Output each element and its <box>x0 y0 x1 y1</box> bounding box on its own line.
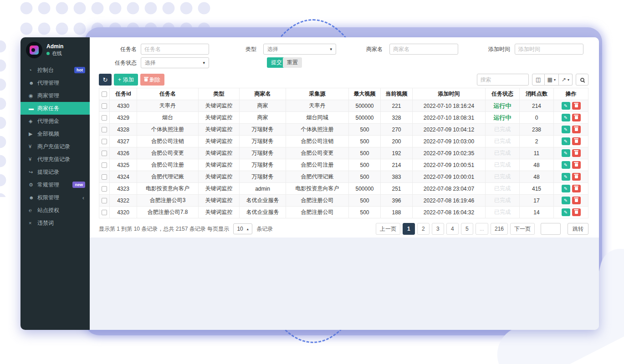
page-size-select[interactable]: 10 ▴ <box>233 223 252 234</box>
jump-button[interactable]: 跳转 <box>568 223 588 235</box>
caret-down-icon: ▾ <box>330 47 332 51</box>
select-all-header <box>99 88 110 100</box>
merchant-name-input[interactable] <box>389 44 458 55</box>
task-name-cell: 合肥公司注销 <box>137 136 199 147</box>
row-checkbox[interactable] <box>102 115 107 121</box>
sidebar-item-permissions[interactable]: ☻权限管理‹ <box>20 191 90 204</box>
sidebar-item-merchant-recharge[interactable]: ¥商户充值记录 <box>20 140 90 153</box>
avatar[interactable] <box>26 42 42 58</box>
delete-row-button[interactable] <box>572 114 581 121</box>
collect-source-cell: 合肥代理记账 <box>286 171 349 183</box>
page-button-1[interactable]: 1 <box>403 223 415 235</box>
trash-icon <box>575 128 578 131</box>
edit-button[interactable]: ✎ <box>562 197 570 204</box>
edit-button[interactable]: ✎ <box>562 185 570 192</box>
sidebar-item-videos[interactable]: ▶全部视频 <box>20 127 90 140</box>
sidebar-item-dashboard[interactable]: ◔控制台hot <box>20 64 90 76</box>
withdraw-icon: ↪ <box>29 169 37 175</box>
row-checkbox[interactable] <box>102 210 107 215</box>
collect-source-cell: 合肥公司注销 <box>286 136 349 147</box>
add-time-cell: 2022-07-08 23:04:07 <box>413 183 486 195</box>
row-checkbox[interactable] <box>102 139 107 144</box>
plus-icon: + <box>118 76 121 83</box>
select-all-checkbox[interactable] <box>102 91 107 97</box>
edit-button[interactable]: ✎ <box>562 137 570 145</box>
sidebar-item-site-auth[interactable]: ℮站点授权 <box>20 204 90 217</box>
sidebar-item-general[interactable]: ⚙常规管理new <box>20 178 90 191</box>
site-auth-icon: ℮ <box>29 207 37 213</box>
merchant-task-icon: ▬ <box>29 106 37 111</box>
current-videos-cell: 270 <box>381 124 413 136</box>
trash-icon <box>575 199 578 202</box>
sidebar-item-merchants[interactable]: ◉商家管理 <box>20 89 90 102</box>
row-select-cell <box>99 171 110 183</box>
row-checkbox[interactable] <box>102 186 107 192</box>
delete-button-label: 删除 <box>149 76 160 84</box>
delete-row-button[interactable] <box>572 197 581 204</box>
merchant-name-cell: 商家 <box>240 112 286 124</box>
edit-button[interactable]: ✎ <box>562 173 570 181</box>
task-name-input[interactable] <box>141 44 209 55</box>
sidebar-item-label: 常规管理 <box>37 181 59 189</box>
delete-row-button[interactable] <box>572 161 581 169</box>
sidebar-item-commission[interactable]: ◈代理佣金 <box>20 115 90 127</box>
delete-button[interactable]: 删除 <box>140 74 164 86</box>
row-checkbox[interactable] <box>102 198 107 203</box>
delete-row-button[interactable] <box>572 185 581 192</box>
edit-button[interactable]: ✎ <box>562 208 570 216</box>
add-button[interactable]: + 添加 <box>114 74 138 86</box>
edit-button[interactable]: ✎ <box>562 102 570 110</box>
delete-row-button[interactable] <box>572 137 581 145</box>
row-checkbox[interactable] <box>102 174 107 180</box>
actions-cell: ✎ <box>554 112 588 124</box>
row-checkbox[interactable] <box>102 151 107 156</box>
sidebar-item-banned-words[interactable]: ×违禁词 <box>20 217 90 229</box>
caret-down-icon: ▾ <box>203 61 205 65</box>
row-checkbox[interactable] <box>102 127 107 132</box>
pencil-icon: ✎ <box>564 210 568 215</box>
page-button-4[interactable]: 4 <box>446 223 459 235</box>
delete-row-button[interactable] <box>572 102 581 110</box>
edit-button[interactable]: ✎ <box>562 161 570 169</box>
task-type-cell: 关键词监控 <box>199 147 240 159</box>
page-button-2[interactable]: 2 <box>417 223 430 235</box>
next-page-button[interactable]: 下一页 <box>510 223 535 235</box>
columns-dropdown-button[interactable]: ▦ ▾ <box>545 74 559 86</box>
edit-button[interactable]: ✎ <box>562 126 570 133</box>
task-status-select[interactable]: 选择 ▾ <box>141 57 209 68</box>
page-button-3[interactable]: 3 <box>432 223 444 235</box>
refresh-button[interactable]: ↻ <box>99 74 112 86</box>
delete-row-button[interactable] <box>572 173 581 181</box>
ban-icon: × <box>29 220 37 226</box>
sidebar-item-merchant-tasks[interactable]: ▬商家任务 <box>20 102 90 115</box>
sidebar-item-label: 代理管理 <box>37 79 59 87</box>
trash-icon <box>575 187 578 190</box>
sidebar-item-withdrawals[interactable]: ↪提现记录 <box>20 166 90 178</box>
search-button[interactable] <box>576 74 588 86</box>
sidebar-item-agent-recharge[interactable]: ¥代理充值记录 <box>20 153 90 166</box>
page-button-216[interactable]: 216 <box>491 223 508 235</box>
delete-row-button[interactable] <box>572 149 581 157</box>
delete-row-button[interactable] <box>572 208 581 216</box>
prev-page-button[interactable]: 上一页 <box>376 223 400 235</box>
actions-cell: ✎ <box>554 136 588 147</box>
jump-page-input[interactable] <box>541 223 561 235</box>
page-button-5[interactable]: 5 <box>461 223 473 235</box>
task-id-cell: 4322 <box>110 195 137 207</box>
add-time-input[interactable] <box>515 44 583 55</box>
sidebar-item-agents[interactable]: ☻代理管理 <box>20 76 90 89</box>
toggle-view-button[interactable]: ◫ <box>532 74 545 86</box>
row-checkbox[interactable] <box>102 103 107 109</box>
row-checkbox[interactable] <box>102 162 107 168</box>
type-select[interactable]: 选择 ▾ <box>263 44 336 55</box>
search-input[interactable] <box>477 74 529 86</box>
reset-button[interactable]: 重置 <box>283 57 302 68</box>
pencil-icon: ✎ <box>564 127 568 132</box>
column-header: 最大视频 <box>349 88 381 100</box>
edit-button[interactable]: ✎ <box>562 114 570 121</box>
delete-row-button[interactable] <box>572 126 581 133</box>
export-dropdown-button[interactable]: ↗ ▾ <box>559 74 573 86</box>
edit-button[interactable]: ✎ <box>562 149 570 157</box>
max-videos-cell: 500 <box>349 195 381 207</box>
task-type-cell: 关键词监控 <box>199 171 240 183</box>
